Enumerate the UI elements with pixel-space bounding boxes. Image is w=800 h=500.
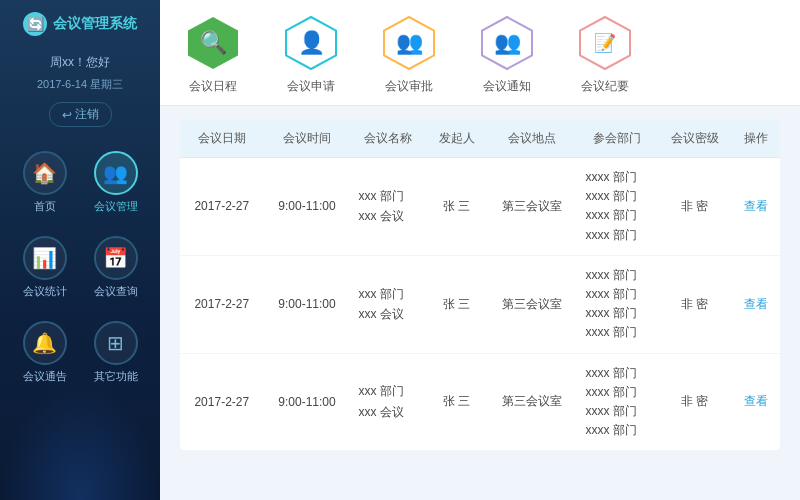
- cell-dept: xxxx 部门xxxx 部门xxxx 部门xxxx 部门: [577, 158, 657, 256]
- cell-time: 9:00-11:00: [264, 158, 351, 256]
- cell-action[interactable]: 查看: [733, 255, 780, 353]
- cell-name: xxx 部门xxx 会议: [350, 255, 426, 353]
- cell-time: 9:00-11:00: [264, 353, 351, 450]
- minutes-label: 会议纪要: [581, 78, 629, 95]
- notify-label: 会议通知: [483, 78, 531, 95]
- top-item-notify[interactable]: 👥 会议通知: [478, 14, 536, 95]
- sidebar-item-stats[interactable]: 📊 会议统计: [14, 230, 75, 305]
- review-icon-wrap: 👥: [380, 14, 438, 72]
- notify-icon: 👥: [494, 30, 521, 56]
- table-row: 2017-2-27 9:00-11:00 xxx 部门xxx 会议 张 三 第三…: [180, 158, 780, 256]
- cell-initiator: 张 三: [426, 158, 487, 256]
- cell-date: 2017-2-27: [180, 158, 264, 256]
- cell-dept: xxxx 部门xxxx 部门xxxx 部门xxxx 部门: [577, 353, 657, 450]
- apply-icon: 👤: [298, 30, 325, 56]
- cell-action[interactable]: 查看: [733, 353, 780, 450]
- col-action: 操作: [733, 120, 780, 158]
- top-bar: 🔍 会议日程 👤 会议申请 👥 会议审批: [160, 0, 800, 106]
- table-header-row: 会议日期 会议时间 会议名称 发起人 会议地点 参会部门 会议密级 操作: [180, 120, 780, 158]
- home-label: 首页: [34, 199, 56, 214]
- schedule-label: 会议日程: [189, 78, 237, 95]
- apply-label: 会议申请: [287, 78, 335, 95]
- minutes-icon-wrap: 📝: [576, 14, 634, 72]
- col-dept: 参会部门: [577, 120, 657, 158]
- apply-icon-wrap: 👤: [282, 14, 340, 72]
- col-initiator: 发起人: [426, 120, 487, 158]
- top-item-schedule[interactable]: 🔍 会议日程: [184, 14, 242, 95]
- notice-icon: 🔔: [23, 321, 67, 365]
- logo-icon: 🔄: [23, 12, 47, 36]
- minutes-icon: 📝: [594, 32, 616, 54]
- logout-button[interactable]: ↩ 注销: [49, 102, 112, 127]
- cell-level: 非 密: [657, 353, 733, 450]
- home-icon: 🏠: [23, 151, 67, 195]
- table-row: 2017-2-27 9:00-11:00 xxx 部门xxx 会议 张 三 第三…: [180, 353, 780, 450]
- table-area: 会议日期 会议时间 会议名称 发起人 会议地点 参会部门 会议密级 操作 201…: [160, 106, 800, 500]
- notify-icon-wrap: 👥: [478, 14, 536, 72]
- user-date: 2017-6-14 星期三: [37, 77, 123, 92]
- meetings-table: 会议日期 会议时间 会议名称 发起人 会议地点 参会部门 会议密级 操作 201…: [180, 120, 780, 450]
- meeting-mgmt-label: 会议管理: [94, 199, 138, 214]
- col-date: 会议日期: [180, 120, 264, 158]
- view-link[interactable]: 查看: [744, 297, 768, 311]
- review-label: 会议审批: [385, 78, 433, 95]
- view-link[interactable]: 查看: [744, 199, 768, 213]
- col-location: 会议地点: [488, 120, 578, 158]
- cell-location: 第三会议室: [488, 158, 578, 256]
- cell-date: 2017-2-27: [180, 353, 264, 450]
- cell-time: 9:00-11:00: [264, 255, 351, 353]
- sidebar-item-other[interactable]: ⊞ 其它功能: [85, 315, 146, 390]
- review-icon: 👥: [396, 30, 423, 56]
- col-time: 会议时间: [264, 120, 351, 158]
- cell-initiator: 张 三: [426, 353, 487, 450]
- top-item-apply[interactable]: 👤 会议申请: [282, 14, 340, 95]
- cell-level: 非 密: [657, 158, 733, 256]
- meeting-mgmt-icon: 👥: [94, 151, 138, 195]
- main-content: 🔍 会议日程 👤 会议申请 👥 会议审批: [160, 0, 800, 500]
- schedule-icon-wrap: 🔍: [184, 14, 242, 72]
- notice-label: 会议通告: [23, 369, 67, 384]
- user-greeting: 周xx！您好: [50, 54, 110, 71]
- top-item-minutes[interactable]: 📝 会议纪要: [576, 14, 634, 95]
- cell-name: xxx 部门xxx 会议: [350, 353, 426, 450]
- sidebar-item-home[interactable]: 🏠 首页: [14, 145, 75, 220]
- stats-label: 会议统计: [23, 284, 67, 299]
- cell-location: 第三会议室: [488, 353, 578, 450]
- col-name: 会议名称: [350, 120, 426, 158]
- stats-icon: 📊: [23, 236, 67, 280]
- cell-level: 非 密: [657, 255, 733, 353]
- sidebar-item-notice[interactable]: 🔔 会议通告: [14, 315, 75, 390]
- col-level: 会议密级: [657, 120, 733, 158]
- logout-icon: ↩: [62, 108, 72, 122]
- sidebar: 🔄 会议管理系统 周xx！您好 2017-6-14 星期三 ↩ 注销 🏠 首页 …: [0, 0, 160, 500]
- cell-dept: xxxx 部门xxxx 部门xxxx 部门xxxx 部门: [577, 255, 657, 353]
- app-logo: 🔄 会议管理系统: [13, 12, 147, 36]
- app-title: 会议管理系统: [53, 15, 137, 33]
- other-label: 其它功能: [94, 369, 138, 384]
- cell-date: 2017-2-27: [180, 255, 264, 353]
- schedule-icon: 🔍: [200, 30, 227, 56]
- query-label: 会议查询: [94, 284, 138, 299]
- top-item-review[interactable]: 👥 会议审批: [380, 14, 438, 95]
- cell-initiator: 张 三: [426, 255, 487, 353]
- query-icon: 📅: [94, 236, 138, 280]
- logout-label: 注销: [75, 106, 99, 123]
- nav-grid: 🏠 首页 👥 会议管理 📊 会议统计 📅 会议查询 🔔 会议通告 ⊞ 其它功能: [0, 145, 160, 390]
- other-icon: ⊞: [94, 321, 138, 365]
- cell-location: 第三会议室: [488, 255, 578, 353]
- sidebar-item-query[interactable]: 📅 会议查询: [85, 230, 146, 305]
- view-link[interactable]: 查看: [744, 394, 768, 408]
- cell-name: xxx 部门xxx 会议: [350, 158, 426, 256]
- table-row: 2017-2-27 9:00-11:00 xxx 部门xxx 会议 张 三 第三…: [180, 255, 780, 353]
- sidebar-item-meeting-mgmt[interactable]: 👥 会议管理: [85, 145, 146, 220]
- cell-action[interactable]: 查看: [733, 158, 780, 256]
